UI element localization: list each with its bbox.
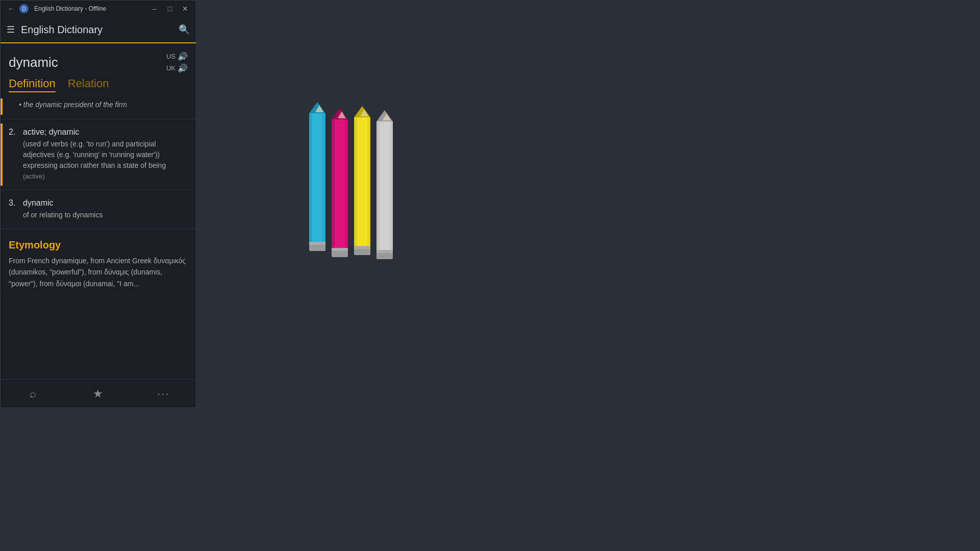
divider-1 <box>1 119 196 119</box>
star-icon: ★ <box>93 387 103 400</box>
def-number-row-2: 2. active; dynamic <box>9 128 188 137</box>
svg-rect-29 <box>376 253 393 259</box>
svg-rect-21 <box>354 246 370 249</box>
hamburger-button[interactable]: ☰ <box>7 24 15 35</box>
uk-label: UK <box>166 64 175 72</box>
us-pronunciation-button[interactable]: US 🔊 <box>166 52 188 61</box>
title-bar: ← D English Dictionary - Offline – □ ✕ <box>1 1 196 17</box>
word-title: dynamic <box>9 55 58 70</box>
hamburger-icon: ☰ <box>7 24 15 35</box>
svg-rect-26 <box>376 121 380 254</box>
definition-entry-2: 2. active; dynamic (used of verbs (e.g. … <box>1 123 196 186</box>
minimize-button[interactable]: – <box>148 2 161 15</box>
accent-bar-1 <box>1 98 3 115</box>
etymology-text: From French dynamique, from Ancient Gree… <box>1 255 196 295</box>
window-controls: – □ ✕ <box>148 2 192 15</box>
svg-text:D: D <box>22 6 26 12</box>
tabs-row: Definition Relation <box>1 77 196 92</box>
search-toolbar-icon: ⌕ <box>30 387 36 400</box>
def-body-3: of or relating to dynamics <box>9 210 188 220</box>
definition-entry-3: 3. dynamic of or relating to dynamics <box>1 194 196 224</box>
etymology-heading: Etymology <box>1 233 196 255</box>
def-number-2: 2. <box>9 128 19 137</box>
svg-rect-28 <box>376 250 393 253</box>
def-tag-2: (active) <box>23 172 45 180</box>
us-label: US <box>166 53 175 60</box>
search-icon: 🔍 <box>179 24 190 35</box>
desktop: ← D English Dictionary - Offline – □ ✕ ☰… <box>0 0 980 551</box>
def-title-3: dynamic <box>23 198 54 208</box>
more-button[interactable]: ··· <box>152 383 174 405</box>
header-search-button[interactable]: 🔍 <box>179 24 190 35</box>
search-toolbar-button[interactable]: ⌕ <box>22 383 44 405</box>
divider-2 <box>1 190 196 190</box>
svg-rect-12 <box>332 119 335 252</box>
content-area[interactable]: dynamic US 🔊 UK 🔊 Definition Relation <box>1 43 196 379</box>
def-title-2: active; dynamic <box>23 128 79 137</box>
back-icon: ← <box>8 5 15 13</box>
etymology-section: Etymology From French dynamique, from An… <box>1 233 196 295</box>
close-button[interactable]: ✕ <box>179 2 192 15</box>
svg-rect-19 <box>354 117 357 250</box>
uk-pronunciation-button[interactable]: UK 🔊 <box>166 63 188 73</box>
svg-rect-13 <box>345 119 348 252</box>
svg-rect-5 <box>309 113 312 246</box>
tab-definition[interactable]: Definition <box>9 77 56 92</box>
word-heading: dynamic US 🔊 UK 🔊 <box>1 49 196 77</box>
tab-relation[interactable]: Relation <box>68 77 109 92</box>
svg-rect-20 <box>367 117 370 250</box>
svg-rect-14 <box>332 248 348 251</box>
header-bar: ☰ English Dictionary 🔍 <box>1 17 196 43</box>
svg-rect-7 <box>309 242 325 245</box>
example-text-1: • the dynamic president of the firm <box>9 98 196 115</box>
svg-rect-6 <box>322 113 325 246</box>
yellow-pencil <box>354 106 370 255</box>
svg-rect-22 <box>354 249 370 255</box>
magenta-pencil <box>332 108 348 257</box>
favorite-button[interactable]: ★ <box>87 383 109 405</box>
svg-rect-27 <box>390 121 393 254</box>
app-window: ← D English Dictionary - Offline – □ ✕ ☰… <box>0 0 196 408</box>
white-pencil <box>376 110 393 259</box>
app-icon: D <box>18 3 30 15</box>
more-icon: ··· <box>157 387 169 400</box>
pencils-illustration <box>306 102 418 276</box>
divider-3 <box>1 229 196 229</box>
window-title: English Dictionary - Offline <box>34 5 148 12</box>
app-title: English Dictionary <box>21 24 179 36</box>
us-sound-icon: 🔊 <box>178 52 188 61</box>
back-button[interactable]: ← <box>5 2 18 15</box>
svg-rect-8 <box>309 245 325 251</box>
def-number-3: 3. <box>9 198 19 208</box>
def-body-2: (used of verbs (e.g. 'to run') and parti… <box>9 139 188 182</box>
pronunciation-group: US 🔊 UK 🔊 <box>166 52 188 73</box>
cyan-pencil <box>309 102 325 251</box>
def-number-row-3: 3. dynamic <box>9 198 188 208</box>
uk-sound-icon: 🔊 <box>178 63 188 73</box>
bottom-toolbar: ⌕ ★ ··· <box>1 379 196 408</box>
definition-section-1: • the dynamic president of the firm <box>1 98 196 115</box>
maximize-button[interactable]: □ <box>163 2 177 15</box>
svg-rect-15 <box>332 251 348 257</box>
